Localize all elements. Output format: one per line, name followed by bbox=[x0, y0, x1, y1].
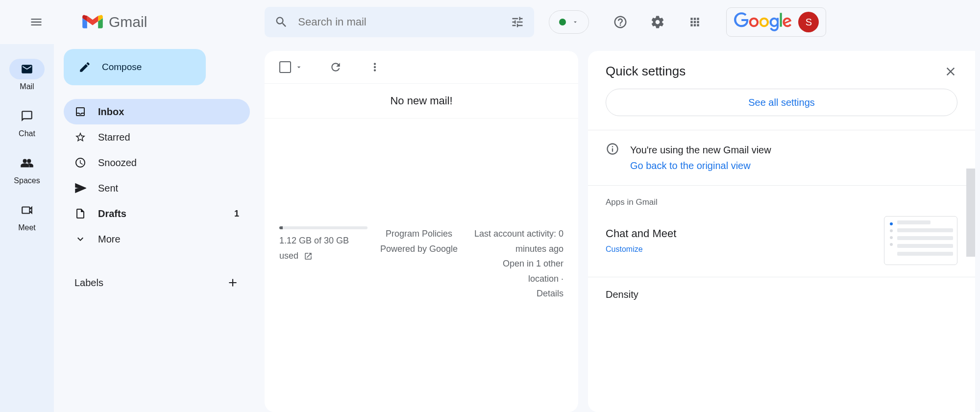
hamburger-icon bbox=[29, 15, 43, 29]
checkbox-icon bbox=[279, 61, 291, 73]
meet-icon bbox=[21, 204, 33, 217]
account-switcher[interactable]: S bbox=[726, 7, 826, 37]
footer-links: Program Policies Powered by Google bbox=[377, 226, 461, 301]
main-menu-button[interactable] bbox=[24, 10, 48, 34]
main-layout: Mail Chat Spaces Meet Compose Inbox bbox=[0, 44, 980, 412]
search-input[interactable] bbox=[298, 16, 511, 28]
search-bar[interactable] bbox=[265, 7, 534, 37]
chat-meet-title: Chat and Meet bbox=[606, 227, 676, 240]
folder-list: Inbox Starred Snoozed Sent Drafts 1 M bbox=[64, 99, 250, 252]
gmail-logo-icon bbox=[82, 14, 103, 30]
search-icon[interactable] bbox=[274, 15, 288, 29]
status-indicator[interactable] bbox=[549, 10, 589, 34]
rail-item-meet[interactable]: Meet bbox=[9, 200, 45, 232]
header: Gmail S bbox=[0, 0, 980, 44]
compose-button[interactable]: Compose bbox=[64, 49, 206, 85]
apps-section: Apps in Gmail Chat and Meet Customize bbox=[588, 185, 975, 277]
info-icon bbox=[606, 142, 619, 156]
apps-grid-icon bbox=[688, 16, 701, 28]
header-actions bbox=[609, 10, 707, 34]
star-icon bbox=[74, 131, 86, 143]
draft-icon bbox=[74, 208, 86, 219]
powered-by: Powered by Google bbox=[377, 242, 461, 257]
go-back-link[interactable]: Go back to the original view bbox=[630, 158, 771, 173]
mail-panel: No new mail! 1.12 GB of 30 GB used Progr… bbox=[265, 51, 578, 412]
new-view-notice: You're using the new Gmail view Go back … bbox=[588, 130, 975, 185]
storage-bar bbox=[279, 226, 368, 229]
help-icon bbox=[613, 15, 628, 29]
select-all[interactable] bbox=[279, 61, 303, 73]
gear-icon bbox=[650, 15, 665, 29]
refresh-icon[interactable] bbox=[329, 61, 342, 73]
clock-icon bbox=[74, 157, 86, 169]
rail-item-spaces[interactable]: Spaces bbox=[9, 153, 45, 185]
close-icon[interactable] bbox=[944, 65, 957, 78]
quick-settings-panel: Quick settings See all settings You're u… bbox=[588, 51, 975, 412]
rail-item-mail[interactable]: Mail bbox=[9, 59, 45, 91]
gmail-logo[interactable]: Gmail bbox=[82, 14, 147, 30]
mail-footer: 1.12 GB of 30 GB used Program Policies P… bbox=[265, 226, 578, 301]
google-logo-icon bbox=[734, 12, 792, 32]
open-icon bbox=[304, 252, 313, 261]
dropdown-icon bbox=[572, 19, 579, 25]
labels-header: Labels bbox=[64, 276, 250, 289]
send-icon bbox=[74, 182, 86, 194]
add-label-icon[interactable] bbox=[226, 276, 239, 289]
see-all-settings-button[interactable]: See all settings bbox=[606, 89, 957, 116]
nav-more[interactable]: More bbox=[64, 226, 250, 252]
quick-settings-title: Quick settings bbox=[606, 64, 686, 79]
settings-button[interactable] bbox=[646, 10, 669, 34]
nav-snoozed[interactable]: Snoozed bbox=[64, 150, 250, 175]
pencil-icon bbox=[78, 61, 91, 73]
search-options-icon[interactable] bbox=[511, 15, 524, 29]
nav-rail: Mail Chat Spaces Meet bbox=[0, 44, 54, 412]
active-status-dot bbox=[559, 19, 566, 25]
scrollbar[interactable] bbox=[966, 169, 975, 257]
avatar: S bbox=[798, 12, 819, 32]
rail-item-chat[interactable]: Chat bbox=[9, 106, 45, 138]
customize-link[interactable]: Customize bbox=[606, 245, 676, 254]
program-policies-link[interactable]: Program Policies bbox=[377, 226, 461, 242]
layout-preview bbox=[884, 216, 957, 265]
spaces-icon bbox=[21, 157, 33, 170]
apps-button[interactable] bbox=[683, 10, 707, 34]
app-name: Gmail bbox=[109, 14, 147, 30]
content-area: No new mail! 1.12 GB of 30 GB used Progr… bbox=[260, 44, 980, 412]
activity-info: Last account activity: 0 minutes ago Ope… bbox=[470, 226, 564, 301]
more-icon[interactable] bbox=[368, 61, 381, 73]
dropdown-icon bbox=[295, 63, 303, 71]
mail-icon bbox=[21, 63, 33, 75]
support-button[interactable] bbox=[609, 10, 632, 34]
chat-icon bbox=[21, 110, 33, 122]
details-link[interactable]: Details bbox=[470, 286, 564, 301]
nav-sent[interactable]: Sent bbox=[64, 175, 250, 201]
density-section: Density bbox=[588, 277, 975, 321]
chevron-down-icon bbox=[74, 233, 86, 245]
storage-info[interactable]: 1.12 GB of 30 GB used bbox=[279, 226, 368, 301]
sidebar: Compose Inbox Starred Snoozed Sent Draft… bbox=[54, 44, 260, 412]
nav-starred[interactable]: Starred bbox=[64, 124, 250, 150]
mail-toolbar bbox=[265, 61, 578, 83]
empty-state: No new mail! bbox=[265, 83, 578, 119]
nav-inbox[interactable]: Inbox bbox=[64, 99, 250, 124]
inbox-icon bbox=[74, 106, 86, 118]
nav-drafts[interactable]: Drafts 1 bbox=[64, 201, 250, 226]
